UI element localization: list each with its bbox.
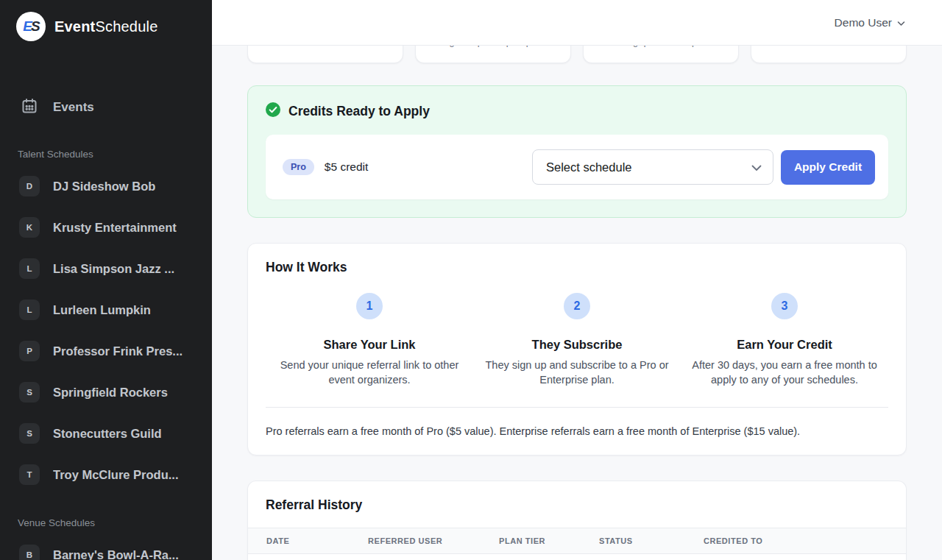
table-header-row: DATE REFERRED USER PLAN TIER STATUS CRED… [248, 528, 906, 554]
sidebar-item-springfield-rockers[interactable]: S Springfield Rockers [0, 372, 212, 413]
sidebar-item-label: Troy McClure Produ... [53, 468, 179, 482]
sidebar-item-stonecutters-guild[interactable]: S Stonecutters Guild [0, 413, 212, 454]
sidebar-item-label: Barney's Bowl-A-Ra... [53, 548, 179, 560]
credit-row: Pro $5 credit Select schedule Apply Cred… [266, 135, 888, 199]
sidebar-section-venue-schedules: Venue Schedules [0, 517, 212, 528]
avatar: P [19, 341, 40, 361]
avatar: L [19, 258, 40, 279]
step-earn-your-credit: 3 Earn Your Credit After 30 days, you ea… [681, 293, 888, 387]
brand[interactable]: ES EventSchedule [0, 0, 212, 53]
schedule-select-value: Select schedule [546, 160, 632, 174]
column-header-status: STATUS [599, 536, 704, 545]
stat-cards-row: referrals invited so far signed up for a… [247, 46, 907, 63]
column-header-plan-tier: PLAN TIER [499, 536, 599, 545]
step-share-your-link: 1 Share Your Link Send your unique refer… [266, 293, 473, 387]
topbar: Demo User [212, 0, 942, 46]
sidebar-item-lisa-simpson-jazz[interactable]: L Lisa Simpson Jazz ... [0, 248, 212, 289]
sidebar-item-label: Professor Frink Pres... [53, 344, 183, 358]
avatar: S [19, 423, 40, 444]
check-circle-icon [266, 102, 280, 120]
step-title: Share Your Link [266, 338, 473, 352]
step-number-badge: 2 [564, 293, 590, 319]
user-menu-label: Demo User [835, 16, 892, 29]
brand-monogram-s: S [31, 18, 39, 35]
step-they-subscribe: 2 They Subscribe They sign up and subscr… [473, 293, 681, 387]
column-header-referred-user: REFERRED USER [368, 536, 499, 545]
step-description: After 30 days, you earn a free month to … [685, 358, 884, 387]
user-menu[interactable]: Demo User [835, 16, 905, 29]
sidebar-section-talent-schedules: Talent Schedules [0, 149, 212, 160]
brand-monogram-e: E [23, 18, 31, 35]
avatar: L [19, 300, 40, 320]
sidebar-item-label: Krusty Entertainment [53, 221, 177, 235]
schedule-select[interactable]: Select schedule [532, 149, 773, 185]
sidebar-item-professor-frink[interactable]: P Professor Frink Pres... [0, 330, 212, 372]
how-it-works-title: How It Works [266, 260, 888, 275]
step-number-badge: 3 [771, 293, 798, 319]
step-description: Send your unique referral link to other … [270, 358, 469, 387]
chevron-down-icon [751, 160, 762, 174]
referral-history-title: Referral History [248, 481, 906, 528]
step-title: They Subscribe [473, 338, 681, 352]
sidebar-item-label: Stonecutters Guild [53, 427, 162, 441]
sidebar-item-label: Springfield Rockers [53, 386, 168, 400]
brand-logo-icon: ES [16, 12, 46, 41]
avatar: K [19, 217, 40, 238]
brand-name: EventSchedule [54, 18, 157, 35]
table-row: Mar 3, 2026 re***@temp.local Pending – [248, 554, 906, 560]
how-it-works-footnote: Pro referrals earn a free month of Pro (… [266, 425, 888, 437]
sidebar-item-troy-mcclure[interactable]: T Troy McClure Produ... [0, 454, 212, 495]
sidebar-item-barneys-bowl-a-rama[interactable]: B Barney's Bowl-A-Ra... [0, 534, 212, 560]
plan-badge: Pro [283, 159, 314, 175]
credit-amount: $5 credit [325, 160, 368, 174]
referral-history-card: Referral History DATE REFERRED USER PLAN… [247, 481, 907, 560]
step-description: They sign up and subscribe to a Pro or E… [478, 358, 676, 387]
avatar: S [19, 382, 40, 403]
step-title: Earn Your Credit [681, 338, 888, 352]
sidebar-item-events[interactable]: Events [0, 88, 212, 127]
credits-banner-title: Credits Ready to Apply [288, 104, 430, 119]
credits-banner: Credits Ready to Apply Pro $5 credit Sel… [247, 85, 907, 218]
sidebar-item-label: Lurleen Lumpkin [53, 303, 151, 317]
sidebar-item-label: Events [53, 100, 94, 115]
sidebar-item-label: DJ Sideshow Bob [53, 180, 155, 194]
step-number-badge: 1 [356, 293, 383, 319]
sidebar: ES EventSchedule Events [0, 0, 212, 560]
how-it-works-card: How It Works 1 Share Your Link Send your… [247, 243, 907, 456]
sidebar-item-dj-sideshow-bob[interactable]: D DJ Sideshow Bob [0, 166, 212, 207]
calendar-icon [21, 97, 38, 118]
brand-name-bold: Event [54, 18, 95, 35]
sidebar-item-krusty-entertainment[interactable]: K Krusty Entertainment [0, 207, 212, 248]
divider [266, 407, 888, 408]
avatar: T [19, 464, 40, 485]
brand-name-light: Schedule [95, 18, 157, 35]
apply-credit-button[interactable]: Apply Credit [781, 150, 875, 185]
chevron-down-icon [897, 16, 905, 29]
column-header-date: DATE [266, 536, 368, 545]
main-content: referrals invited so far signed up for a… [212, 46, 942, 560]
avatar: B [19, 545, 40, 560]
column-header-credited-to: CREDITED TO [704, 536, 894, 545]
sidebar-item-label: Lisa Simpson Jazz ... [53, 262, 174, 276]
sidebar-item-lurleen-lumpkin[interactable]: L Lurleen Lumpkin [0, 289, 212, 330]
avatar: D [19, 176, 40, 196]
